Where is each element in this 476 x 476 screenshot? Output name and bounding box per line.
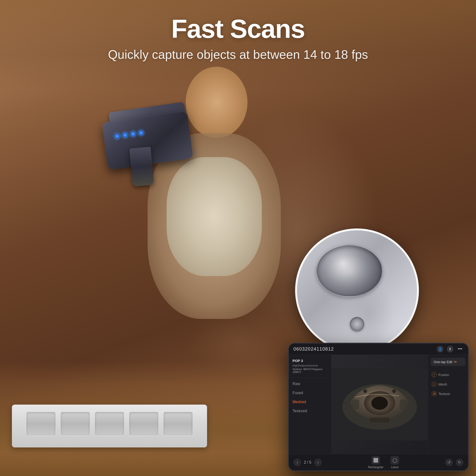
scan-name: POP 3 [292,359,327,363]
scan-mode-raw[interactable]: Raw [289,379,331,389]
edit-icon: ✏ [454,360,457,364]
zoom-ring [316,245,383,297]
scanner-area [90,105,214,205]
right-mode-texture[interactable]: 🖼 Texture [428,389,468,398]
tablet-content: POP 3 High/Feature/General Vertices: 984… [289,355,468,454]
svg-rect-4 [352,400,359,409]
main-container: Fast Scans Quickly capture objects at be… [0,0,476,476]
fusion-label: Fusion [438,373,449,377]
rectangular-label: Rectangular [368,465,383,469]
tablet-left-panel: POP 3 High/Feature/General Vertices: 984… [289,355,332,454]
tablet-top-icons: 👤 ⬆ ••• [437,346,463,353]
one-tap-label: One-tap Edit [434,360,452,364]
page-title: Fast Scans [0,14,476,43]
svg-point-7 [392,389,396,393]
svg-point-6 [363,389,367,393]
zoom-circle [295,228,419,352]
tablet-bottom-bar: ‹ 2 / 5 › ⬜ Rectangular ◯ Lasso [289,454,468,471]
tablet-ui: 06032024110812 👤 ⬆ ••• POP 3 High/Featur… [288,343,469,471]
scan-mode-fused[interactable]: Fused [289,389,331,397]
texture-label: Texture [438,392,450,396]
one-tap-edit-button[interactable]: One-tap Edit ✏ [431,358,465,366]
scan-info: POP 3 High/Feature/General Vertices: 984… [289,359,331,377]
nav-next-button[interactable]: › [314,459,322,466]
nav-counter: 2 / 5 [304,460,311,465]
undo-redo-section: ↺ ↻ [445,459,463,466]
svg-point-3 [371,396,388,410]
lasso-tool-button[interactable]: ◯ Lasso [391,456,399,469]
scan-vertices: Vertices: 98479 Polygons: 189871 [292,368,327,374]
rectangular-tool-button[interactable]: ⬜ Rectangular [368,456,383,469]
texture-icon: 🖼 [432,391,437,396]
right-mode-fusion[interactable]: ✦ Fusion [428,370,468,379]
3d-render [332,355,428,454]
tablet-title: 06032024110812 [293,346,334,352]
right-mode-mesh[interactable]: ✦ Mesh [428,379,468,389]
nav-section: ‹ 2 / 5 › [293,459,322,466]
mesh-label: Mesh [438,382,447,386]
light-dot-1 [114,133,120,139]
redo-button[interactable]: ↻ [456,459,463,466]
tablet-top-bar: 06032024110812 👤 ⬆ ••• [289,343,468,355]
mold-detail [26,412,193,436]
fusion-icon: ✦ [432,372,437,377]
mesh-icon: ✦ [432,382,437,387]
scanner-handle [129,147,154,186]
more-icon[interactable]: ••• [457,346,463,353]
tool-section: ⬜ Rectangular ◯ Lasso [368,456,399,469]
tablet-3d-view [332,355,428,454]
nav-prev-button[interactable]: ‹ [293,459,301,466]
tablet-right-panel: One-tap Edit ✏ ✦ Fusion ✦ Mesh 🖼 Texture [428,355,468,454]
light-dot-3 [130,131,136,137]
rectangular-icon: ⬜ [372,456,380,465]
zoom-screw [350,317,364,331]
lasso-label: Lasso [391,465,399,469]
undo-button[interactable]: ↺ [445,459,453,466]
casting-mold [12,381,207,447]
scan-mode-meshed[interactable]: Meshed [289,397,331,407]
svg-rect-5 [400,400,407,409]
light-dot-2 [122,132,128,138]
header-section: Fast Scans Quickly capture objects at be… [0,14,476,62]
scan-mode-textured[interactable]: Textured [289,407,331,416]
svg-rect-8 [370,418,389,423]
lasso-icon: ◯ [391,456,399,465]
person-icon[interactable]: 👤 [437,346,443,353]
page-subtitle: Quickly capture objects at between 14 to… [0,47,476,62]
light-dot-4 [138,130,144,136]
share-icon[interactable]: ⬆ [447,346,453,353]
scan-detail: High/Feature/General [292,364,327,368]
